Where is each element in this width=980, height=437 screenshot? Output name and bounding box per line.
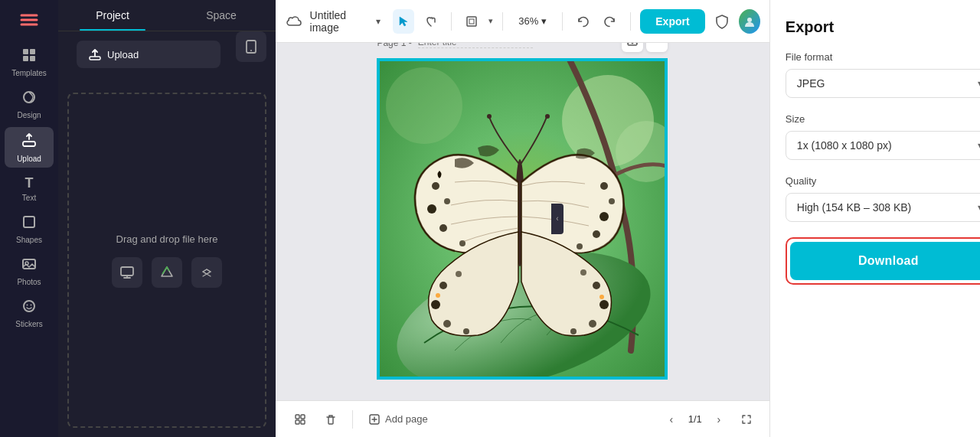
- dropzone-icons: [112, 257, 222, 288]
- size-label: Size: [786, 113, 980, 125]
- upload-button[interactable]: Upload: [77, 41, 220, 68]
- text-icon: T: [25, 175, 34, 191]
- page-actions: •••: [622, 43, 668, 52]
- cloud-save-icon[interactable]: [285, 11, 304, 32]
- file-format-field: File format JPEG PNG PDF SVG GIF: [786, 51, 980, 98]
- delete-page-button[interactable]: [318, 407, 343, 432]
- tablet-button[interactable]: [236, 31, 266, 62]
- toolbar-divider-1: [451, 12, 452, 31]
- dropzone-text: Drag and drop file here: [116, 233, 218, 245]
- user-avatar[interactable]: [739, 9, 760, 34]
- svg-point-27: [386, 67, 462, 144]
- hand-tool-button[interactable]: [420, 9, 442, 34]
- export-button[interactable]: Export: [640, 9, 704, 34]
- quality-wrapper: High (154 KB – 308 KB) Medium Low: [786, 193, 980, 222]
- svg-point-38: [609, 198, 615, 204]
- bottom-bar: Add page ‹ 1/1 ›: [276, 400, 769, 437]
- add-page-button[interactable]: Add page: [362, 409, 434, 430]
- page-navigation: ‹ 1/1 ›: [661, 409, 730, 430]
- svg-point-40: [593, 230, 600, 238]
- svg-rect-5: [23, 56, 28, 61]
- svg-point-50: [589, 320, 596, 328]
- svg-rect-8: [23, 142, 35, 146]
- design-label: Design: [17, 111, 41, 119]
- svg-point-14: [31, 305, 32, 306]
- sidebar-item-design[interactable]: Design: [5, 85, 54, 124]
- page-label: Page 1 -: [377, 43, 532, 48]
- undo-button[interactable]: [572, 9, 593, 34]
- title-dropdown-icon[interactable]: ▾: [376, 16, 381, 27]
- svg-rect-56: [296, 420, 299, 424]
- svg-point-34: [427, 204, 436, 214]
- computer-upload-icon[interactable]: [112, 257, 142, 288]
- svg-rect-9: [24, 217, 34, 227]
- shapes-icon: [21, 214, 37, 233]
- sidebar-item-upload[interactable]: Upload: [5, 127, 54, 168]
- svg-point-33: [444, 198, 450, 204]
- sidebar-item-photos[interactable]: Photos: [5, 252, 54, 291]
- dropbox-upload-icon[interactable]: [191, 257, 222, 288]
- page-more-button[interactable]: •••: [646, 43, 668, 52]
- svg-point-39: [599, 212, 609, 221]
- next-page-button[interactable]: ›: [708, 409, 730, 430]
- photos-label: Photos: [17, 278, 41, 286]
- select-tool-button[interactable]: [393, 9, 414, 34]
- frame-dropdown-icon[interactable]: ▾: [488, 16, 493, 26]
- tab-space[interactable]: Space: [167, 0, 276, 31]
- main-canvas-area: Untitled image ▾ ▾ 36% ▾: [276, 0, 769, 437]
- page-image-button[interactable]: [622, 43, 643, 52]
- stickers-label: Stickers: [15, 320, 43, 328]
- size-select[interactable]: 1x (1080 x 1080 px) 2x (2160 x 2160 px) …: [786, 131, 980, 160]
- canvas-area: Page 1 - •••: [276, 43, 769, 400]
- quality-select[interactable]: High (154 KB – 308 KB) Medium Low: [786, 193, 980, 222]
- shield-button[interactable]: [711, 9, 733, 34]
- sidebar-item-text[interactable]: T Text: [5, 171, 54, 207]
- export-panel-title: Export: [786, 18, 980, 36]
- design-icon: [21, 90, 37, 109]
- panel-collapse-button[interactable]: ‹: [551, 204, 564, 234]
- canvas-frame[interactable]: [377, 58, 668, 380]
- page-title-input[interactable]: [418, 43, 533, 48]
- svg-point-49: [599, 300, 609, 309]
- zoom-level: 36%: [518, 15, 538, 27]
- svg-point-12: [24, 301, 34, 311]
- size-wrapper: 1x (1080 x 1080 px) 2x (2160 x 2160 px) …: [786, 131, 980, 160]
- download-button-wrapper: Download: [786, 237, 980, 285]
- shapes-label: Shapes: [16, 236, 42, 244]
- upload-icon: [21, 132, 38, 152]
- drive-upload-icon[interactable]: [152, 257, 182, 288]
- file-format-select[interactable]: JPEG PNG PDF SVG GIF: [786, 69, 980, 98]
- redo-button[interactable]: [599, 9, 621, 34]
- templates-icon: [21, 47, 37, 67]
- file-format-label: File format: [786, 51, 980, 63]
- app-logo[interactable]: [15, 6, 43, 34]
- export-panel: Export File format JPEG PNG PDF SVG GIF …: [769, 0, 980, 437]
- svg-point-53: [599, 295, 604, 299]
- tab-project[interactable]: Project: [58, 0, 167, 31]
- expand-button[interactable]: [736, 409, 757, 430]
- svg-point-31: [545, 114, 550, 119]
- prev-page-button[interactable]: ‹: [661, 409, 682, 430]
- svg-point-30: [487, 114, 492, 119]
- quality-label: Quality: [786, 175, 980, 187]
- sidebar-item-shapes[interactable]: Shapes: [5, 210, 54, 249]
- templates-label: Templates: [11, 69, 47, 77]
- svg-rect-54: [296, 415, 299, 419]
- document-title[interactable]: Untitled image: [310, 9, 371, 34]
- stickers-icon: [21, 298, 37, 318]
- left-panel: Project Space Upload Drag and drop file …: [58, 0, 276, 437]
- svg-point-17: [250, 50, 252, 51]
- svg-rect-19: [467, 17, 476, 26]
- download-button[interactable]: Download: [790, 242, 980, 280]
- zoom-control[interactable]: 36% ▾: [512, 12, 553, 30]
- grid-view-button[interactable]: [288, 407, 312, 432]
- frame-tool-button[interactable]: [461, 9, 482, 34]
- svg-rect-6: [30, 56, 35, 61]
- toolbar: Untitled image ▾ ▾ 36% ▾: [276, 0, 769, 43]
- quality-field: Quality High (154 KB – 308 KB) Medium Lo…: [786, 175, 980, 222]
- sidebar-item-stickers[interactable]: Stickers: [5, 294, 54, 333]
- svg-point-41: [577, 243, 583, 249]
- sidebar-item-templates[interactable]: Templates: [5, 43, 54, 82]
- svg-point-46: [456, 271, 462, 277]
- canvas-page: Page 1 - •••: [377, 58, 668, 380]
